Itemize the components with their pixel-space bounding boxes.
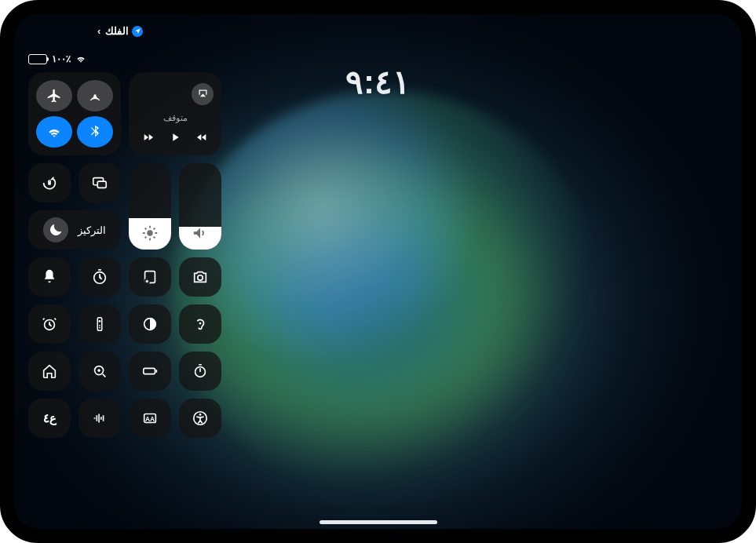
forward-button[interactable] — [142, 131, 155, 147]
ipad-frame: ‹ الفلك ٩:٤١ ١٠٠٪ متوقف — [0, 0, 756, 543]
focus-button[interactable]: التركيز — [28, 210, 121, 250]
svg-point-23 — [199, 414, 202, 416]
earth-graphic — [174, 91, 597, 493]
control-center: متوقف التركيز — [28, 72, 221, 438]
silent-mode-button[interactable] — [28, 257, 71, 297]
camera-button[interactable] — [179, 257, 221, 297]
play-button[interactable] — [169, 131, 181, 147]
battery-icon — [28, 54, 47, 64]
svg-rect-18 — [155, 370, 157, 373]
accessibility-button[interactable] — [179, 399, 221, 438]
connectivity-card[interactable] — [28, 72, 121, 155]
svg-point-15 — [199, 323, 202, 325]
bluetooth-button[interactable] — [77, 116, 113, 148]
chevron-back-icon: ‹ — [97, 25, 100, 37]
stopwatch-button[interactable] — [179, 352, 221, 391]
orientation-lock-button[interactable] — [28, 163, 71, 202]
screen-mirroring-button[interactable] — [79, 163, 121, 202]
magnifier-button[interactable] — [79, 352, 121, 391]
low-power-button[interactable] — [129, 352, 171, 391]
airplay-button[interactable] — [192, 83, 214, 105]
apple-tv-remote-button[interactable] — [79, 304, 121, 344]
home-indicator[interactable] — [320, 520, 437, 524]
wifi-button[interactable] — [36, 116, 72, 148]
wifi-status-icon — [75, 53, 86, 64]
screen: ‹ الفلك ٩:٤١ ١٠٠٪ متوقف — [14, 14, 742, 529]
quick-note-button[interactable] — [129, 257, 171, 297]
airplane-mode-button[interactable] — [36, 80, 72, 111]
media-controls — [142, 131, 208, 147]
hearing-button[interactable] — [179, 304, 221, 344]
airdrop-button[interactable] — [77, 80, 113, 111]
home-button[interactable] — [28, 352, 71, 391]
alarm-button[interactable] — [28, 304, 71, 344]
battery-percent: ١٠٠٪ — [52, 53, 71, 64]
svg-point-8 — [198, 275, 203, 280]
clock: ٩:٤١ — [345, 63, 411, 101]
svg-point-13 — [99, 327, 100, 329]
media-status: متوقف — [163, 113, 188, 123]
volume-slider[interactable] — [179, 163, 221, 250]
svg-point-4 — [147, 230, 152, 235]
svg-rect-3 — [97, 181, 106, 188]
control-grid: ع٤ AA — [28, 257, 221, 438]
text-size-button[interactable]: AA — [129, 399, 171, 438]
location-icon — [132, 26, 143, 37]
rewind-button[interactable] — [195, 131, 208, 147]
media-card[interactable]: متوقف — [129, 72, 221, 155]
svg-rect-17 — [144, 368, 155, 374]
brightness-slider[interactable] — [129, 163, 171, 250]
breadcrumb[interactable]: ‹ الفلك — [97, 25, 143, 37]
svg-rect-10 — [97, 318, 102, 331]
moon-icon — [43, 217, 68, 242]
svg-text:AA: AA — [145, 416, 155, 423]
status-bar: ١٠٠٪ — [28, 53, 86, 64]
svg-point-12 — [99, 325, 100, 326]
language-button[interactable]: ع٤ — [28, 399, 71, 438]
voice-memos-button[interactable] — [79, 399, 121, 438]
dark-mode-button[interactable] — [129, 304, 171, 344]
svg-point-11 — [99, 320, 101, 323]
focus-label: التركيز — [78, 224, 106, 236]
timer-button[interactable] — [79, 257, 121, 297]
breadcrumb-label: الفلك — [105, 25, 129, 37]
